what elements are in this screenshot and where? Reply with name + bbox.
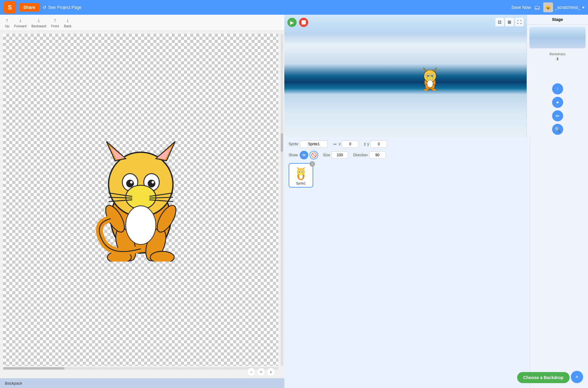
zoom-reset-button[interactable]: =	[257, 368, 265, 376]
surprise-backdrop-button[interactable]: ✦	[552, 97, 563, 108]
svg-point-9	[148, 180, 155, 187]
stage-preview[interactable]: ▶ ⊡ ⊞ ⛶	[284, 15, 527, 137]
xy-icon: ↔	[332, 141, 337, 147]
right-section: ▶ ⊡ ⊞ ⛶	[284, 15, 588, 388]
backpack-bar[interactable]: Backpack	[0, 378, 284, 388]
svg-marker-30	[433, 68, 436, 71]
sprite-label: Sprite	[289, 142, 298, 146]
sprite-card-label: Sprite1	[296, 182, 306, 185]
front-icon: ↑	[54, 17, 56, 24]
svg-point-10	[130, 181, 133, 183]
fullscreen-button[interactable]: ⛶	[515, 18, 524, 26]
sprite-canvas[interactable]	[3, 34, 278, 366]
horizontal-scrollbar[interactable]	[3, 367, 278, 370]
small-stage-button[interactable]: ⊡	[495, 18, 504, 26]
sprite-x-input[interactable]	[342, 140, 359, 148]
toolbar-front-button[interactable]: ↑ Front	[51, 17, 59, 28]
backdrops-count: 2	[527, 57, 588, 61]
top-nav: S Share ↺ See Project Page Save Now 🗂 😺 …	[0, 0, 588, 15]
svg-point-51	[299, 172, 303, 175]
see-project-button[interactable]: ↺ See Project Page	[43, 5, 82, 10]
sprite-direction-input[interactable]	[369, 151, 386, 159]
costume-toolbar: ↑ Up ↓ Forward ↓ Backward ↑ Front ↓ Back	[0, 15, 284, 31]
forward-icon: ↓	[19, 17, 22, 24]
horizontal-scrollbar-thumb[interactable]	[3, 367, 64, 370]
sprite-card-image	[293, 166, 309, 181]
sprite-info-row: Sprite ↔ x ↕ y	[289, 140, 525, 148]
stage-cat	[418, 66, 442, 92]
sprite-list: × Sprite1	[289, 163, 525, 188]
canvas-container: − = +	[0, 31, 284, 378]
show-visible-button[interactable]: 👁	[300, 151, 308, 159]
stage-tab-column: Stage Backdrops 2 ↑ ✦ ✏ 🔍	[527, 15, 588, 137]
save-now-button[interactable]: Save Now	[511, 5, 531, 10]
backpack-label: Backpack	[5, 381, 22, 386]
zoom-in-button[interactable]: +	[267, 368, 275, 376]
svg-point-11	[152, 181, 154, 183]
stage-tab-header[interactable]: Stage	[527, 15, 588, 25]
svg-point-48	[299, 171, 300, 172]
back-icon: ↓	[66, 17, 69, 24]
show-label: Show	[289, 153, 298, 157]
show-toggle: 👁 🚫	[300, 151, 318, 159]
svg-point-49	[302, 171, 303, 172]
toolbar-backward-button[interactable]: ↓ Backward	[31, 17, 46, 28]
toolbar-forward-button[interactable]: ↓ Forward	[14, 17, 26, 28]
up-icon: ↑	[6, 17, 9, 24]
paint-backdrop-button[interactable]: ✏	[552, 110, 563, 121]
sprite-y-input[interactable]	[370, 140, 387, 148]
add-sprite-button[interactable]: +	[571, 371, 583, 383]
search-backdrop-button[interactable]: 🔍	[552, 124, 563, 135]
stop-button[interactable]	[299, 18, 308, 27]
svg-point-23	[150, 251, 174, 262]
y-arrow-icon: ↕	[363, 141, 366, 147]
choose-backdrop-button[interactable]: Choose a Backdrop	[517, 372, 570, 383]
svg-marker-44	[297, 167, 299, 169]
user-avatar[interactable]: 😺 _scratchtest_ ▾	[543, 2, 584, 12]
svg-point-40	[432, 89, 436, 91]
svg-point-50	[299, 174, 303, 179]
stage-view-buttons: ⊡ ⊞ ⛶	[495, 18, 524, 26]
svg-point-34	[431, 75, 433, 77]
scratch-logo: S	[4, 1, 16, 13]
stage-info-column	[530, 137, 588, 388]
cat-sprite	[76, 133, 205, 262]
see-project-icon: ↺	[43, 5, 46, 10]
editor-area: ↑ Up ↓ Forward ↓ Backward ↑ Front ↓ Back	[0, 15, 284, 388]
chevron-down-icon: ▾	[582, 5, 584, 10]
svg-marker-45	[303, 167, 305, 169]
stage-controls: ▶	[287, 18, 308, 27]
vertical-scrollbar-thumb[interactable]	[281, 133, 283, 152]
normal-stage-button[interactable]: ⊞	[505, 18, 514, 26]
toolbar-back-button[interactable]: ↓ Back	[64, 17, 71, 28]
stage-thumbnail[interactable]	[529, 27, 586, 48]
sprite-name-input[interactable]	[300, 140, 328, 148]
upload-backdrop-button[interactable]: ↑	[552, 83, 563, 94]
show-hidden-button[interactable]: 🚫	[309, 151, 318, 159]
svg-point-8	[126, 180, 134, 187]
sprite-area: Sprite ↔ x ↕ y	[284, 137, 530, 388]
bottom-area: Sprite ↔ x ↕ y	[284, 137, 588, 388]
size-label: Size	[323, 153, 330, 157]
vertical-scrollbar[interactable]	[281, 34, 283, 366]
stage-preview-row: ▶ ⊡ ⊞ ⛶	[284, 15, 588, 137]
svg-marker-29	[423, 68, 427, 71]
backdrops-label: Backdrops	[527, 51, 588, 57]
svg-point-41	[427, 80, 433, 87]
stage-background	[284, 15, 527, 137]
green-flag-button[interactable]: ▶	[287, 18, 297, 27]
svg-point-26	[126, 206, 156, 245]
toolbar-up-button[interactable]: ↑ Up	[5, 17, 9, 28]
sprite-size-input[interactable]	[331, 151, 348, 159]
zoom-controls: − = +	[247, 368, 275, 376]
sprite-delete-button[interactable]: ×	[309, 161, 315, 167]
share-button[interactable]: Share	[19, 3, 40, 12]
avatar-image: 😺	[543, 2, 553, 12]
svg-point-33	[427, 75, 429, 77]
svg-point-39	[424, 89, 428, 91]
zoom-out-button[interactable]: −	[247, 368, 256, 376]
folder-icon[interactable]: 🗂	[534, 4, 540, 11]
backward-icon: ↓	[37, 17, 40, 24]
direction-label: Direction	[353, 153, 367, 157]
sprite-card-sprite1[interactable]: × Sprite1	[289, 163, 313, 188]
